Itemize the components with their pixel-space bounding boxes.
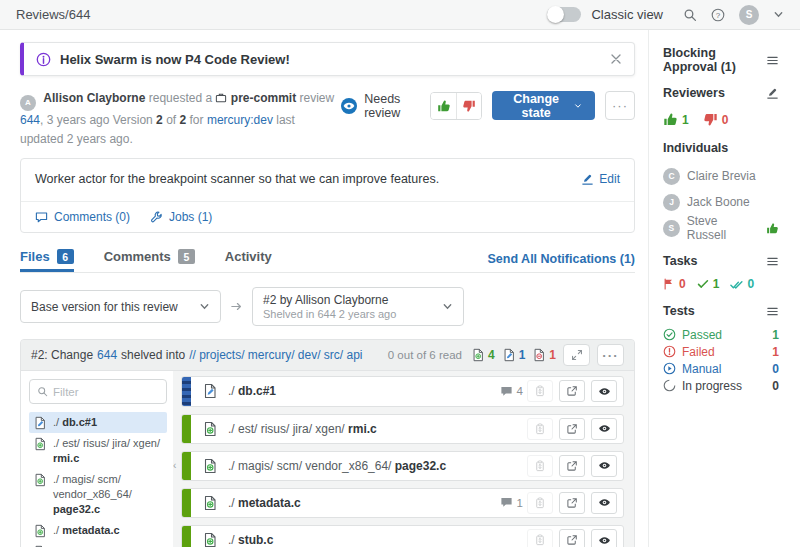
branch-link[interactable]: mercury:dev (207, 113, 273, 127)
reviewer-row[interactable]: J Jack Boone (663, 189, 779, 215)
tree-item[interactable]: ./ stub.c (29, 541, 167, 547)
mark-read-button[interactable] (591, 380, 617, 402)
passed-check-circle-icon (663, 328, 676, 341)
menu-icon[interactable] (766, 54, 779, 67)
edit-description-link[interactable]: Edit (581, 172, 620, 186)
mark-read-button[interactable] (591, 529, 617, 547)
main-content: Helix Swarm is now P4 Code Review! A All… (0, 30, 635, 547)
copy-diff-button (527, 492, 553, 514)
reviewer-row[interactable]: C Claire Brevia (663, 163, 779, 189)
double-check-icon (730, 278, 743, 291)
menu-icon[interactable] (766, 305, 779, 318)
mark-read-button[interactable] (591, 492, 617, 514)
more-actions-button[interactable]: ··· (605, 91, 635, 120)
addressed-tasks-count: 1 (713, 277, 720, 291)
add-change-bar (182, 452, 191, 480)
info-icon (36, 52, 51, 67)
search-icon[interactable] (683, 8, 697, 22)
add-change-bar (182, 489, 191, 517)
open-file-button[interactable] (559, 529, 585, 547)
comments-link[interactable]: Comments (0) (35, 210, 130, 224)
in-progress-circle-icon (663, 379, 676, 392)
tree-item[interactable]: ./ magis/ scm/ vendor_x86_64/ page32.c (29, 469, 167, 520)
edit-reviewers-icon[interactable] (766, 87, 779, 100)
file-row[interactable]: ./ magis/ scm/ vendor_x86_64/ page32.c (181, 451, 624, 481)
tab-comments[interactable]: Comments 5 (104, 245, 195, 272)
file-list: ./ db.c#1 4 ./ est/ risus/ jira/ xgen/ r… (181, 371, 634, 547)
mark-read-button[interactable] (591, 455, 617, 477)
vote-button-group (430, 92, 482, 120)
flag-icon (663, 278, 675, 290)
comments-link-label: Comments (0) (54, 210, 130, 224)
help-icon[interactable] (711, 8, 725, 22)
menu-icon[interactable] (766, 255, 779, 268)
file-row[interactable]: ./ stub.c (181, 525, 624, 547)
tree-item[interactable]: ./ db.c#1 (29, 412, 167, 433)
review-header: A Allison Clayborne requested a pre-comm… (20, 89, 635, 148)
collapse-chevron-icon[interactable]: ‹ (173, 460, 176, 471)
jobs-link[interactable]: Jobs (1) (150, 210, 212, 224)
open-file-button[interactable] (559, 492, 585, 514)
classic-view-toggle[interactable] (547, 7, 581, 22)
reviewer-name: Steve Russell (687, 214, 759, 242)
depot-path-link[interactable]: // projects/ mercury/ dev/ src/ api (189, 348, 362, 362)
change-state-label: Change state (505, 92, 567, 120)
files-panel-header: #2: Change 644 shelved into // projects/… (21, 340, 634, 371)
version-number: 2 (156, 113, 163, 127)
change-prefix: #2: Change (31, 348, 93, 362)
change-state-button[interactable]: Change state (492, 91, 595, 120)
target-version-select[interactable]: #2 by Allison Clayborne Shelved in 644 2… (252, 287, 464, 326)
filter-input[interactable] (53, 386, 159, 398)
right-sidebar: Blocking Approval (1) Reviewers 1 0 Indi… (648, 30, 793, 547)
tree-resize-handle[interactable]: ‹ ‹ (173, 371, 181, 547)
copy-diff-button (527, 418, 553, 440)
base-version-select[interactable]: Base version for this review (20, 290, 221, 323)
open-file-button[interactable] (559, 380, 585, 402)
file-add-icon (202, 532, 218, 547)
tree-item[interactable]: ./ metadata.c (29, 520, 167, 541)
for-word: for (190, 113, 204, 127)
filter-search-icon (37, 386, 48, 397)
manual-play-circle-icon (663, 362, 676, 375)
thumbs-down-icon (462, 99, 476, 113)
review-word: review (299, 91, 334, 105)
vote-up-button[interactable] (431, 93, 456, 119)
test-count: 1 (772, 345, 779, 359)
test-label: Manual (682, 362, 721, 376)
open-file-button[interactable] (559, 455, 585, 477)
file-add-icon (33, 473, 47, 487)
failed-exclamation-circle-icon (663, 345, 676, 358)
comment-count: 4 (500, 385, 523, 398)
expand-button[interactable] (563, 344, 590, 366)
top-bar: Reviews/644 Classic view S (0, 0, 800, 30)
test-row-passed: Passed 1 (663, 326, 779, 343)
requested-text: requested a (149, 91, 212, 105)
tasks-heading: Tasks (663, 254, 698, 268)
change-id-link[interactable]: 644 (97, 348, 117, 362)
close-icon[interactable] (610, 53, 622, 65)
open-file-button[interactable] (559, 418, 585, 440)
comment-count: 1 (500, 496, 523, 509)
tree-item[interactable]: ./ est/ risus/ jira/ xgen/ rmi.c (29, 433, 167, 469)
file-row[interactable]: ./ est/ risus/ jira/ xgen/ rmi.c (181, 414, 624, 444)
classic-view-label: Classic view (591, 7, 663, 22)
deleted-files-count: 1 (532, 348, 556, 362)
user-avatar[interactable]: S (739, 5, 759, 25)
reviewer-row[interactable]: S Steve Russell (663, 215, 779, 241)
test-count: 1 (772, 328, 779, 342)
file-row[interactable]: ./ db.c#1 4 (181, 376, 624, 406)
description-text: Worker actor for the breakpoint scanner … (35, 172, 569, 186)
check-icon (697, 278, 709, 290)
vote-down-button[interactable] (456, 93, 481, 119)
tab-activity[interactable]: Activity (225, 245, 272, 272)
send-all-notifications-link[interactable]: Send All Notifications (1) (488, 252, 635, 266)
test-row-failed: Failed 1 (663, 343, 779, 360)
blocking-approval-heading: Blocking Approval (1) (663, 46, 766, 74)
tab-files[interactable]: Files 6 (20, 245, 74, 272)
files-more-button[interactable]: ··· (597, 344, 624, 366)
user-menu-chevron-icon[interactable] (773, 9, 784, 20)
announcement-banner: Helix Swarm is now P4 Code Review! (20, 42, 635, 76)
review-id-link[interactable]: 644 (20, 113, 40, 127)
file-row[interactable]: ./ metadata.c 1 (181, 488, 624, 518)
mark-read-button[interactable] (591, 418, 617, 440)
